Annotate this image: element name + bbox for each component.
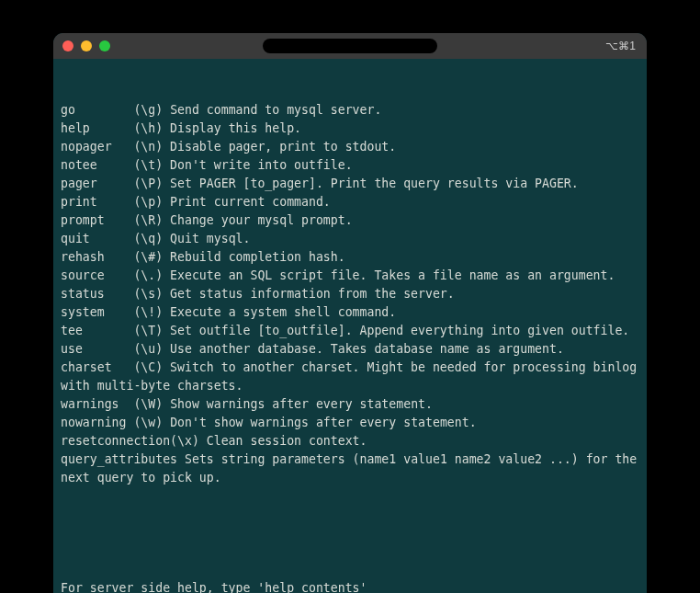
terminal-window: ⌥⌘1 go (\g) Send command to mysql server…	[53, 33, 647, 593]
help-shortcode: (\u)	[133, 342, 163, 356]
minimize-icon[interactable]	[81, 40, 92, 51]
help-command: resetconnection	[61, 434, 170, 448]
help-shortcode: (\g)	[133, 103, 163, 117]
help-row: system (\!) Execute a system shell comma…	[61, 303, 639, 322]
help-padding	[112, 140, 134, 154]
help-description: Set outfile [to_outfile]. Append everyth…	[163, 324, 629, 337]
help-command: warnings	[61, 397, 119, 411]
help-row: query_attributes Sets string parameters …	[61, 450, 639, 487]
help-shortcode: (\p)	[133, 195, 163, 209]
help-shortcode: (\w)	[133, 416, 163, 429]
help-description: Get status information from the server.	[163, 287, 455, 301]
help-shortcode: (\W)	[133, 397, 163, 411]
help-padding	[75, 103, 134, 117]
help-command: prompt	[61, 213, 105, 227]
help-command: charset	[61, 360, 112, 374]
help-description: Use another database. Takes database nam…	[163, 342, 564, 356]
help-description: Quit mysql.	[163, 232, 250, 245]
help-description: Clean session context.	[199, 434, 367, 448]
help-row: charset (\C) Switch to another charset. …	[61, 359, 639, 395]
help-description: Show warnings after every statement.	[163, 397, 433, 411]
help-padding	[105, 305, 134, 319]
help-row: status (\s) Get status information from …	[61, 285, 639, 303]
help-command: nowarning	[61, 416, 126, 429]
help-padding	[119, 397, 134, 411]
help-shortcode: (\x)	[170, 434, 199, 448]
help-description: Set PAGER [to_pager]. Print the query re…	[163, 177, 579, 190]
titlebar: ⌥⌘1	[53, 33, 647, 59]
window-title-obscured	[263, 39, 437, 53]
help-row: nowarning (\w) Don't show warnings after…	[61, 414, 639, 432]
help-shortcode: (\t)	[133, 158, 163, 172]
help-description: Change your mysql prompt.	[163, 213, 352, 227]
help-shortcode: (\P)	[133, 177, 163, 190]
help-description: Don't write into outfile.	[163, 158, 352, 172]
help-command: system	[61, 305, 105, 319]
help-row: warnings (\W) Show warnings after every …	[61, 395, 639, 414]
help-description: Display this help.	[163, 121, 301, 135]
window-shortcut-label: ⌥⌘1	[605, 40, 636, 52]
help-command: quit	[61, 232, 90, 245]
blank-line	[61, 524, 639, 542]
help-description: Disable pager, print to stdout.	[163, 140, 396, 154]
help-padding	[97, 158, 134, 172]
help-padding	[90, 232, 134, 245]
help-shortcode: (\q)	[133, 232, 163, 245]
help-padding	[177, 452, 185, 466]
help-command: pager	[61, 177, 97, 190]
help-padding	[83, 342, 134, 356]
help-row: resetconnection(\x) Clean session contex…	[61, 432, 639, 450]
server-help-hint: For server side help, type 'help content…	[61, 579, 639, 593]
help-shortcode: (\n)	[133, 140, 163, 154]
help-row: use (\u) Use another database. Takes dat…	[61, 340, 639, 359]
help-shortcode: (\T)	[133, 324, 163, 337]
help-shortcode: (\C)	[133, 360, 163, 374]
help-row: print (\p) Print current command.	[61, 193, 639, 211]
help-row: help (\h) Display this help.	[61, 120, 639, 138]
help-shortcode: (\R)	[133, 213, 163, 227]
help-row: go (\g) Send command to mysql server.	[61, 101, 639, 120]
help-description: Send command to mysql server.	[163, 103, 381, 117]
terminal-body[interactable]: go (\g) Send command to mysql server.hel…	[53, 59, 647, 593]
help-row: pager (\P) Set PAGER [to_pager]. Print t…	[61, 175, 639, 193]
help-description: Rebuild completion hash.	[163, 250, 345, 264]
help-padding	[90, 121, 134, 135]
help-command: print	[61, 195, 97, 209]
help-padding	[97, 195, 134, 209]
help-row: rehash (\#) Rebuild completion hash.	[61, 248, 639, 267]
help-shortcode: (\#)	[133, 250, 163, 264]
help-command: status	[61, 287, 105, 301]
help-command: tee	[61, 324, 83, 337]
help-command: rehash	[61, 250, 105, 264]
help-description: Don't show warnings after every statemen…	[163, 416, 476, 429]
help-padding	[112, 360, 134, 374]
help-padding	[97, 177, 134, 190]
help-padding	[105, 268, 134, 282]
help-padding	[105, 250, 134, 264]
help-row: prompt (\R) Change your mysql prompt.	[61, 211, 639, 230]
close-icon[interactable]	[62, 40, 73, 51]
help-shortcode: (\!)	[133, 305, 163, 319]
help-command: source	[61, 268, 105, 282]
help-command: use	[61, 342, 83, 356]
help-shortcode: (\h)	[133, 121, 163, 135]
help-shortcode: (\.)	[133, 268, 163, 282]
help-command: notee	[61, 158, 97, 172]
help-row: quit (\q) Quit mysql.	[61, 230, 639, 248]
help-row: nopager (\n) Disable pager, print to std…	[61, 138, 639, 156]
help-command: help	[61, 121, 90, 135]
help-row: tee (\T) Set outfile [to_outfile]. Appen…	[61, 322, 639, 340]
help-description: Print current command.	[163, 195, 331, 209]
help-description: Execute a system shell command.	[163, 305, 396, 319]
mysql-help-output: go (\g) Send command to mysql server.hel…	[61, 101, 639, 487]
help-row: source (\.) Execute an SQL script file. …	[61, 267, 639, 285]
help-padding	[105, 213, 134, 227]
help-command: go	[61, 103, 75, 117]
help-command: query_attributes	[61, 452, 177, 466]
help-row: notee (\t) Don't write into outfile.	[61, 156, 639, 175]
window-controls	[62, 40, 110, 51]
zoom-icon[interactable]	[99, 40, 110, 51]
help-command: nopager	[61, 140, 112, 154]
help-description: Execute an SQL script file. Takes a file…	[163, 268, 615, 282]
help-padding	[83, 324, 134, 337]
